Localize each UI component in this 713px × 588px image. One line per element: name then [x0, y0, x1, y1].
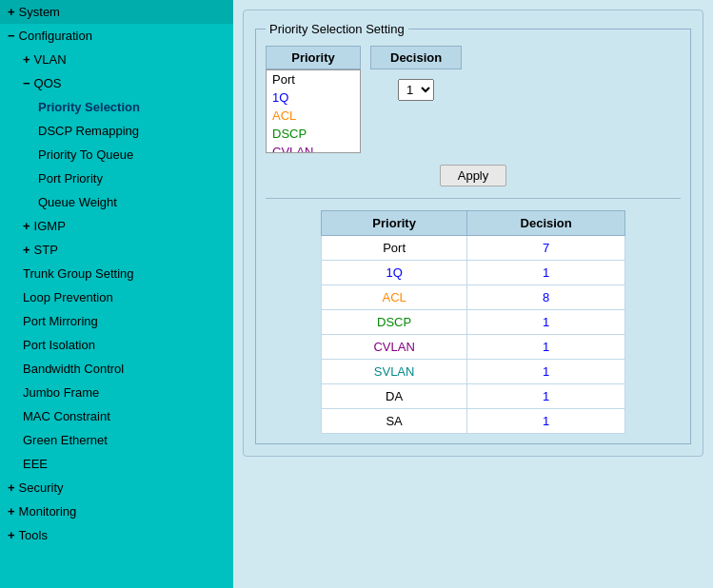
sidebar-item-tools[interactable]: +Tools: [0, 523, 233, 547]
table-cell-priority: CVLAN: [322, 335, 467, 360]
main-content: Priority Selection Setting Priority Port…: [233, 0, 713, 588]
sidebar-item-configuration[interactable]: −Configuration: [0, 24, 233, 48]
sidebar-label-qos: −QOS: [23, 76, 62, 90]
table-cell-priority: DSCP: [322, 310, 467, 335]
sidebar-item-queue-weight[interactable]: Queue Weight: [0, 190, 233, 214]
sidebar-item-dscp-remapping[interactable]: DSCP Remapping: [0, 119, 233, 143]
table-cell-decision: 1: [467, 384, 625, 409]
priority-table: Priority Decision Port71Q1ACL8DSCP1CVLAN…: [321, 210, 625, 434]
sidebar-label-vlan: +VLAN: [23, 52, 67, 67]
sidebar: +System−Configuration+VLAN−QOSPriority S…: [0, 0, 233, 588]
sidebar-item-port-mirroring[interactable]: Port Mirroring: [0, 309, 233, 333]
table-row: SA1: [322, 409, 625, 434]
sidebar-item-trunk-group-setting[interactable]: Trunk Group Setting: [0, 262, 233, 285]
sidebar-label-priority-selection: Priority Selection: [38, 100, 140, 114]
table-row: SVLAN1: [322, 360, 625, 384]
sidebar-item-port-isolation[interactable]: Port Isolation: [0, 333, 233, 357]
plus-icon: +: [8, 504, 15, 519]
sidebar-item-priority-to-queue[interactable]: Priority To Queue: [0, 143, 233, 167]
sidebar-label-bandwidth-control: Bandwidth Control: [23, 362, 124, 376]
table-row: ACL8: [322, 285, 625, 310]
table-row: DSCP1: [322, 310, 625, 335]
sidebar-label-security: +Security: [8, 480, 64, 495]
sidebar-item-vlan[interactable]: +VLAN: [0, 48, 233, 71]
table-cell-decision: 1: [467, 360, 625, 384]
table-header-row: Priority Decision: [322, 211, 625, 236]
table-cell-decision: 7: [467, 236, 625, 261]
sidebar-label-queue-weight: Queue Weight: [38, 195, 117, 209]
sidebar-item-bandwidth-control[interactable]: Bandwidth Control: [0, 357, 233, 381]
sidebar-item-eee[interactable]: EEE: [0, 452, 233, 476]
table-cell-decision: 1: [467, 261, 625, 285]
table-row: DA1: [322, 384, 625, 409]
apply-btn-wrap: Apply: [266, 165, 681, 186]
priority-list-item[interactable]: Port: [267, 70, 360, 88]
minus-icon: −: [23, 76, 30, 90]
sidebar-item-qos[interactable]: −QOS: [0, 71, 233, 95]
priority-list-header: Priority: [266, 46, 361, 69]
table-cell-priority: Port: [322, 236, 467, 261]
sidebar-label-stp: +STP: [23, 243, 58, 257]
plus-icon: +: [23, 52, 30, 67]
sidebar-label-jumbo-frame: Jumbo Frame: [23, 385, 99, 400]
sidebar-item-mac-constraint[interactable]: MAC Constraint: [0, 404, 233, 428]
sidebar-item-system[interactable]: +System: [0, 0, 233, 24]
sidebar-label-eee: EEE: [23, 457, 48, 471]
table-row: 1Q1: [322, 261, 625, 285]
sidebar-label-igmp: +IGMP: [23, 219, 66, 233]
sidebar-item-jumbo-frame[interactable]: Jumbo Frame: [0, 381, 233, 404]
form-section: Priority Port1QACLDSCPCVLANSVLAN Decisio…: [266, 46, 681, 153]
table-cell-decision: 1: [467, 335, 625, 360]
sidebar-item-priority-selection[interactable]: Priority Selection: [0, 95, 233, 119]
sidebar-label-port-isolation: Port Isolation: [23, 338, 95, 352]
plus-icon: +: [23, 243, 30, 257]
sidebar-label-loop-prevention: Loop Prevention: [23, 290, 113, 304]
minus-icon: −: [8, 29, 15, 43]
priority-list-item[interactable]: DSCP: [267, 125, 360, 143]
col-header-priority: Priority: [322, 211, 467, 236]
table-cell-decision: 1: [467, 310, 625, 335]
divider: [266, 198, 681, 199]
decision-box: Decision 12345678: [370, 46, 462, 105]
sidebar-label-trunk-group-setting: Trunk Group Setting: [23, 266, 134, 281]
table-cell-priority: SA: [322, 409, 467, 434]
decision-select-wrap: 12345678: [370, 75, 462, 105]
table-cell-priority: DA: [322, 384, 467, 409]
table-row: Port7: [322, 236, 625, 261]
plus-icon: +: [8, 5, 15, 19]
table-row: CVLAN1: [322, 335, 625, 360]
sidebar-label-system: +System: [8, 5, 60, 19]
plus-icon: +: [8, 528, 15, 542]
apply-button[interactable]: Apply: [440, 165, 507, 186]
sidebar-item-igmp[interactable]: +IGMP: [0, 214, 233, 238]
sidebar-label-port-mirroring: Port Mirroring: [23, 314, 98, 328]
sidebar-item-monitoring[interactable]: +Monitoring: [0, 500, 233, 523]
table-cell-priority: 1Q: [322, 261, 467, 285]
sidebar-item-green-ethernet[interactable]: Green Ethernet: [0, 428, 233, 452]
priority-list-body[interactable]: Port1QACLDSCPCVLANSVLAN: [266, 69, 361, 153]
col-header-decision: Decision: [467, 211, 625, 236]
sidebar-item-stp[interactable]: +STP: [0, 238, 233, 262]
priority-list-item[interactable]: CVLAN: [267, 143, 360, 153]
sidebar-label-tools: +Tools: [8, 528, 48, 542]
sidebar-label-configuration: −Configuration: [8, 29, 92, 43]
plus-icon: +: [8, 480, 15, 495]
table-cell-priority: SVLAN: [322, 360, 467, 384]
sidebar-label-monitoring: +Monitoring: [8, 504, 76, 519]
sidebar-item-port-priority[interactable]: Port Priority: [0, 167, 233, 190]
priority-list-item[interactable]: 1Q: [267, 88, 360, 107]
priority-selection-panel: Priority Selection Setting Priority Port…: [243, 10, 703, 457]
sidebar-item-loop-prevention[interactable]: Loop Prevention: [0, 285, 233, 309]
sidebar-label-priority-to-queue: Priority To Queue: [38, 147, 133, 162]
sidebar-label-green-ethernet: Green Ethernet: [23, 433, 108, 447]
priority-list-item[interactable]: ACL: [267, 107, 360, 125]
plus-icon: +: [23, 219, 30, 233]
priority-listbox-wrapper: Priority Port1QACLDSCPCVLANSVLAN: [266, 46, 361, 153]
table-cell-decision: 8: [467, 285, 625, 310]
sidebar-label-dscp-remapping: DSCP Remapping: [38, 124, 139, 138]
sidebar-item-security[interactable]: +Security: [0, 476, 233, 500]
sidebar-label-mac-constraint: MAC Constraint: [23, 409, 110, 423]
decision-select[interactable]: 12345678: [398, 79, 434, 101]
sidebar-label-port-priority: Port Priority: [38, 171, 103, 186]
table-cell-priority: ACL: [322, 285, 467, 310]
